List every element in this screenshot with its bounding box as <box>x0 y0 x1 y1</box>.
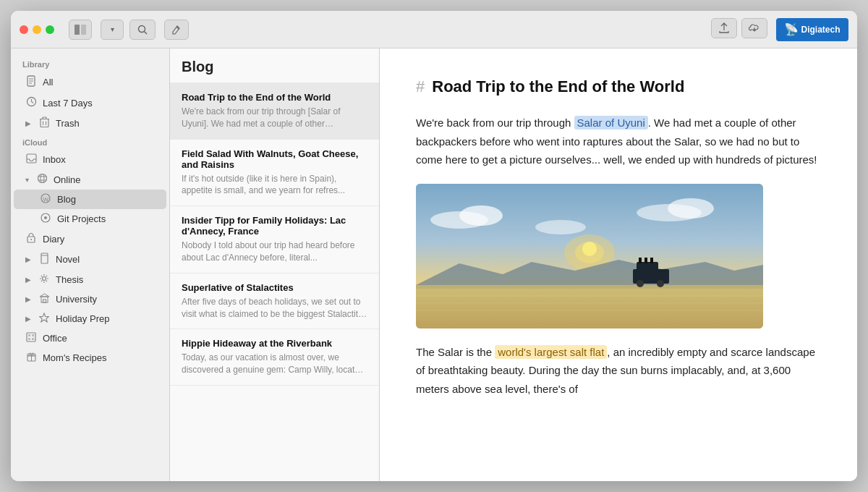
titlebar: ▾ <box>11 11 857 48</box>
editor-body: We're back from our trip through Salar o… <box>416 114 821 398</box>
para1-before: We're back from our trip through <box>416 116 574 129</box>
sidebar-item-novel[interactable]: ▶ Novel <box>14 249 166 270</box>
editor[interactable]: # Road Trip to the End of the World We'r… <box>380 48 857 481</box>
sidebar-item-diary[interactable]: Diary <box>14 229 166 249</box>
note-item-stalactites[interactable]: Superlative of Stalactites After five da… <box>170 273 379 330</box>
note-title: Hippie Hideaway at the Riverbank <box>182 338 367 349</box>
sidebar: Library All Last 7 Days ▶ Trash <box>11 48 170 481</box>
sidebar-item-momsrecipes[interactable]: Mom's Recipes <box>14 348 166 368</box>
svg-rect-38 <box>28 338 30 340</box>
svg-rect-53 <box>416 285 763 328</box>
highlight-saltflat[interactable]: world's largest salt flat <box>495 345 607 359</box>
layout-chevron-button[interactable]: ▾ <box>101 20 124 40</box>
svg-rect-63 <box>650 258 653 263</box>
chevron-right-icon: ▶ <box>25 276 31 284</box>
sidebar-item-label: Blog <box>57 194 76 205</box>
sidebar-item-label: Diary <box>43 234 64 245</box>
sidebar-item-label: Git Projects <box>57 213 106 224</box>
note-preview: If it's hot outside (like it is here in … <box>182 173 367 198</box>
chevron-right-icon: ▶ <box>25 295 31 303</box>
sidebar-item-label: Online <box>54 174 81 185</box>
maximize-button[interactable] <box>46 25 54 34</box>
git-icon <box>40 213 51 225</box>
sidebar-item-thesis[interactable]: ▶ Thesis <box>14 270 166 289</box>
note-preview: Today, as our vacation is almost over, w… <box>182 352 367 376</box>
trash-icon <box>38 116 50 130</box>
editor-title: Road Trip to the End of the World <box>432 77 684 96</box>
gear-icon <box>38 273 50 286</box>
sidebar-item-university[interactable]: ▶ University <box>14 289 166 309</box>
search-button[interactable] <box>129 20 156 40</box>
book-icon <box>38 253 50 266</box>
note-item-lacdannecy[interactable]: Insider Tipp for Family Holidays: Lac d'… <box>170 206 379 273</box>
svg-rect-62 <box>644 258 647 263</box>
svg-point-2 <box>139 25 145 32</box>
svg-text:W: W <box>43 196 49 203</box>
minimize-button[interactable] <box>33 25 41 34</box>
note-item-roadtrip[interactable]: Road Trip to the End of the World We're … <box>170 83 379 140</box>
para2-before: The Salar is the <box>416 346 495 358</box>
svg-point-18 <box>38 174 46 183</box>
sidebar-item-holidayprep[interactable]: ▶ Holiday Prep <box>14 309 166 328</box>
svg-point-60 <box>657 280 664 287</box>
sidebar-item-inbox[interactable]: Inbox <box>14 150 166 169</box>
sidebar-item-label: Novel <box>56 254 80 265</box>
chevron-right-icon: ▶ <box>25 119 31 127</box>
icloud-section-label: iCloud <box>11 134 169 150</box>
globe-icon <box>36 173 48 186</box>
layout-toggle-button[interactable] <box>69 20 92 40</box>
svg-rect-61 <box>639 258 642 263</box>
compose-button[interactable] <box>164 20 189 40</box>
sidebar-item-label: All <box>43 77 53 88</box>
sidebar-item-all[interactable]: All <box>14 72 166 93</box>
svg-point-25 <box>44 216 47 219</box>
svg-line-3 <box>145 31 148 34</box>
sidebar-item-trash[interactable]: ▶ Trash <box>14 113 166 134</box>
svg-rect-28 <box>41 253 48 263</box>
digiatech-logo: 📡 Digiatech <box>776 18 848 41</box>
chevron-down-icon: ▾ <box>25 176 29 184</box>
sidebar-item-label: Inbox <box>43 154 66 165</box>
share-button[interactable] <box>711 18 737 38</box>
highlight-salar[interactable]: Salar of Uyuni <box>574 116 648 130</box>
svg-rect-36 <box>28 334 30 336</box>
note-item-hippie[interactable]: Hippie Hideaway at the Riverbank Today, … <box>170 329 379 386</box>
close-button[interactable] <box>20 25 28 34</box>
note-preview: We're back from our trip through [Salar … <box>182 106 367 130</box>
inbox-icon <box>25 153 37 166</box>
chevron-right-icon: ▶ <box>25 255 31 263</box>
titlebar-actions: 📡 Digiatech <box>711 18 848 41</box>
svg-rect-17 <box>27 154 36 163</box>
wordpress-icon: W <box>40 193 51 205</box>
sidebar-item-office[interactable]: Office <box>14 328 166 348</box>
editor-paragraph-1: We're back from our trip through Salar o… <box>416 114 821 169</box>
sidebar-item-label: Office <box>43 333 67 344</box>
sidebar-item-label: Thesis <box>56 274 83 285</box>
svg-marker-34 <box>40 313 49 322</box>
svg-point-46 <box>535 220 586 234</box>
svg-rect-35 <box>27 333 35 342</box>
editor-image-salar <box>416 184 763 328</box>
sidebar-item-gitprojects[interactable]: Git Projects <box>14 209 166 229</box>
svg-point-51 <box>582 242 597 256</box>
svg-rect-33 <box>43 300 46 302</box>
svg-point-48 <box>668 198 714 219</box>
traffic-lights <box>20 25 54 34</box>
note-title: Road Trip to the End of the World <box>182 92 367 103</box>
sidebar-item-last7days[interactable]: Last 7 Days <box>14 93 166 113</box>
note-item-fieldsalad[interactable]: Field Salad With Walnuts, Goat Cheese, a… <box>170 140 379 207</box>
office-icon <box>25 332 37 344</box>
cloud-sync-button[interactable] <box>741 18 767 38</box>
svg-rect-14 <box>43 117 46 119</box>
svg-point-59 <box>637 280 644 287</box>
library-section-label: Library <box>11 56 169 72</box>
sidebar-item-label: University <box>56 294 97 305</box>
notes-list: Blog Road Trip to the End of the World W… <box>170 48 380 481</box>
gift-icon <box>25 352 37 364</box>
document-icon <box>25 75 37 89</box>
note-preview: After five days of beach holidays, we se… <box>182 296 367 321</box>
sidebar-item-blog[interactable]: W Blog <box>14 190 166 209</box>
svg-marker-32 <box>40 294 49 297</box>
note-title: Superlative of Stalactites <box>182 282 367 293</box>
sidebar-item-online[interactable]: ▾ Online <box>14 169 166 190</box>
